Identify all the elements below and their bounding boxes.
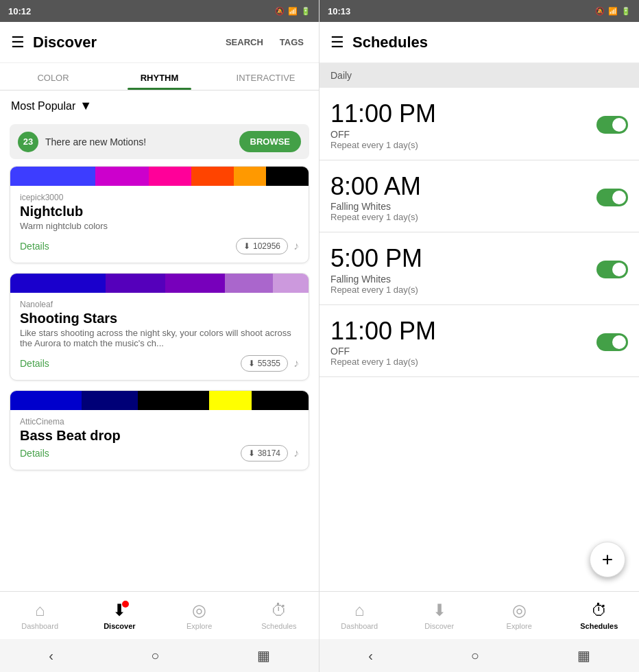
color-seg	[138, 391, 209, 410]
schedule-item-0: 11:00 PM OFF Repeat every 1 day(s)	[320, 88, 639, 160]
color-seg	[10, 167, 95, 186]
right-back-button[interactable]: ‹	[368, 648, 373, 664]
card-nightclub: icepick3000 Nightclub Warm nightclub col…	[10, 166, 309, 263]
right-nav-label-explore: Explore	[507, 622, 532, 630]
schedule-time: 5:00 PM	[330, 245, 422, 272]
toggle-1[interactable]	[596, 189, 628, 206]
right-status-icons: 🔕 📶 🔋	[595, 7, 631, 16]
notif-count-badge: 23	[18, 132, 38, 152]
nav-discover[interactable]: ⬇ Discover	[80, 601, 159, 630]
menu-icon[interactable]: ☰	[11, 34, 25, 51]
schedule-name: Falling Whites	[330, 201, 421, 212]
right-nav-dashboard[interactable]: ⌂ Dashboard	[320, 601, 400, 630]
tab-bar: COLOR RHYTHM INTERACTIVE	[0, 63, 319, 91]
schedule-name: Falling Whites	[330, 274, 422, 285]
card-desc: Like stars shooting across the night sky…	[20, 328, 299, 348]
tab-rhythm[interactable]: RHYTHM	[106, 63, 213, 90]
left-status-icons: 🔕 📶 🔋	[275, 7, 311, 16]
card-desc: Warm nightclub colors	[20, 221, 299, 231]
toggle-0[interactable]	[596, 116, 628, 134]
nav-dashboard[interactable]: ⌂ Dashboard	[0, 601, 80, 630]
schedule-name: OFF	[330, 346, 436, 357]
schedule-list: 11:00 PM OFF Repeat every 1 day(s) 8:00 …	[320, 88, 639, 591]
tab-interactive[interactable]: INTERACTIVE	[213, 63, 319, 90]
schedules-icon: ⏱	[271, 601, 287, 620]
color-seg	[149, 167, 191, 186]
music-icon: ♪	[293, 447, 299, 459]
card-right: ⬇ 38174 ♪	[241, 445, 299, 461]
battery-icon: 🔋	[301, 7, 311, 16]
download-badge: ⬇ 55355	[241, 355, 288, 372]
recents-button[interactable]: ▦	[257, 647, 270, 664]
card-body: icepick3000 Nightclub Warm nightclub col…	[10, 186, 309, 263]
right-recents-button[interactable]: ▦	[577, 647, 590, 664]
right-status-bar: 10:13 🔕 📶 🔋	[320, 0, 639, 22]
fab-add-button[interactable]: +	[590, 542, 625, 577]
schedule-name: OFF	[330, 129, 436, 140]
nav-label-explore: Explore	[186, 622, 212, 630]
card-author: AtticCinema	[20, 417, 299, 427]
right-bottom-nav: ⌂ Dashboard ⬇ Discover ◎ Explore ⏱ Sched…	[320, 591, 639, 639]
download-badge: ⬇ 38174	[241, 445, 288, 461]
right-panel: 10:13 🔕 📶 🔋 ☰ Schedules Daily 11:00 PM O…	[320, 0, 639, 672]
right-notification-icon: 🔕	[595, 7, 605, 16]
nav-badge	[122, 601, 129, 608]
details-link[interactable]: Details	[20, 448, 49, 459]
download-count: 55355	[258, 359, 280, 368]
left-panel: 10:12 🔕 📶 🔋 ☰ Discover SEARCH TAGS COLOR…	[0, 0, 320, 672]
chevron-down-icon: ▼	[80, 99, 92, 113]
notification-icon: 🔕	[275, 7, 285, 16]
color-bar-shooting-stars	[10, 274, 309, 293]
right-nav-label-schedules: Schedules	[580, 622, 618, 630]
right-menu-icon[interactable]: ☰	[330, 34, 344, 51]
schedule-repeat: Repeat every 1 day(s)	[330, 357, 436, 367]
toggle-2[interactable]	[596, 261, 628, 278]
color-seg	[10, 274, 106, 293]
right-nav-explore[interactable]: ◎ Explore	[479, 601, 559, 630]
schedule-left: 11:00 PM OFF Repeat every 1 day(s)	[330, 100, 436, 150]
left-bottom-nav: ⌂ Dashboard ⬇ Discover ◎ Explore ⏱ Sched…	[0, 591, 319, 639]
color-seg	[252, 391, 309, 410]
wifi-icon: 📶	[288, 7, 298, 16]
toggle-3[interactable]	[596, 333, 628, 351]
music-icon: ♪	[293, 357, 299, 370]
schedule-time: 11:00 PM	[330, 100, 436, 128]
right-schedules-icon: ⏱	[591, 601, 607, 620]
download-count: 102956	[253, 241, 280, 251]
color-seg	[10, 391, 82, 410]
color-seg	[234, 167, 266, 186]
right-system-nav: ‹ ○ ▦	[320, 639, 639, 672]
right-header: ☰ Schedules	[320, 22, 639, 63]
home-button[interactable]: ○	[151, 648, 159, 664]
schedule-item-2: 5:00 PM Falling Whites Repeat every 1 da…	[320, 232, 639, 305]
card-right: ⬇ 102956 ♪	[236, 238, 299, 254]
left-status-bar: 10:12 🔕 📶 🔋	[0, 0, 319, 22]
browse-button[interactable]: BROWSE	[239, 131, 302, 152]
search-button[interactable]: SEARCH	[221, 34, 267, 50]
sort-dropdown-row: Most Popular ▼	[0, 91, 319, 121]
tags-button[interactable]: TAGS	[276, 34, 308, 50]
tab-color[interactable]: COLOR	[0, 63, 106, 90]
nav-schedules[interactable]: ⏱ Schedules	[239, 601, 319, 630]
download-icon: ⬇	[248, 359, 255, 368]
card-title: Bass Beat drop	[20, 428, 299, 444]
right-content: Daily 11:00 PM OFF Repeat every 1 day(s)…	[320, 63, 639, 639]
schedule-left: 5:00 PM Falling Whites Repeat every 1 da…	[330, 245, 422, 295]
color-seg	[273, 274, 309, 293]
color-seg	[82, 391, 138, 410]
notif-text: There are new Motions!	[45, 136, 232, 147]
sort-dropdown-value[interactable]: Most Popular	[11, 100, 75, 112]
explore-icon: ◎	[192, 601, 206, 620]
right-nav-label-dashboard: Dashboard	[341, 622, 378, 630]
schedule-time: 8:00 AM	[330, 173, 421, 200]
details-link[interactable]: Details	[20, 358, 49, 369]
details-link[interactable]: Details	[20, 241, 49, 252]
right-nav-discover[interactable]: ⬇ Discover	[400, 601, 480, 630]
music-icon: ♪	[293, 240, 299, 252]
notification-banner: 23 There are new Motions! BROWSE	[10, 124, 309, 159]
back-button[interactable]: ‹	[49, 648, 53, 664]
right-nav-schedules[interactable]: ⏱ Schedules	[559, 601, 640, 630]
color-seg	[106, 274, 165, 293]
right-home-button[interactable]: ○	[471, 648, 479, 664]
nav-explore[interactable]: ◎ Explore	[160, 601, 239, 630]
